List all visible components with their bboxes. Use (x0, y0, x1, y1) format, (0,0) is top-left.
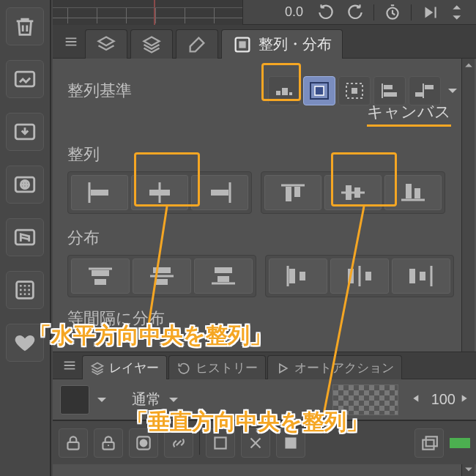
dist-top-button[interactable] (71, 259, 130, 294)
lock-button[interactable] (59, 428, 88, 458)
dist-right-button[interactable] (392, 259, 450, 294)
timeline-strip[interactable] (53, 0, 243, 25)
undo-button[interactable] (315, 1, 337, 23)
color-indicator (450, 438, 470, 448)
align-v-center-button[interactable] (324, 175, 382, 210)
align-right-button[interactable] (191, 175, 248, 210)
delete-button[interactable] (241, 428, 270, 458)
align-horizontal-group (67, 171, 252, 214)
distribute-section-label: 分布 (67, 227, 461, 249)
equal-spacing-label: 等間隔に分布 (67, 308, 461, 330)
link-button[interactable] (164, 428, 193, 458)
lower-panel-menu-button[interactable] (59, 352, 81, 379)
timer-button[interactable] (382, 1, 404, 23)
tab-align-distribute[interactable]: 整列・分布 (221, 29, 343, 59)
svg-rect-43 (217, 276, 229, 282)
tab-history[interactable]: ヒストリー (168, 355, 266, 380)
svg-rect-33 (294, 187, 300, 197)
align-top-button[interactable] (264, 175, 321, 210)
layer-toolbar (53, 420, 476, 464)
layer-color-dropdown[interactable] (95, 393, 108, 406)
ref-auto-button[interactable] (268, 76, 300, 105)
layer-color-swatch[interactable] (60, 385, 89, 414)
dist-bottom-button[interactable] (194, 259, 253, 294)
tab-align-label: 整列・分布 (259, 34, 332, 54)
svg-rect-35 (354, 187, 360, 198)
left-tool-rail (0, 0, 51, 476)
rail-trash-button[interactable] (6, 7, 44, 45)
distribute-horizontal-group (265, 255, 454, 297)
outline-button[interactable] (206, 428, 235, 458)
svg-rect-28 (415, 92, 423, 97)
rail-import-folder-button[interactable] (6, 113, 44, 151)
dist-left-button[interactable] (269, 259, 327, 294)
svg-rect-37 (414, 188, 420, 198)
tab-eraser[interactable] (176, 29, 218, 59)
svg-rect-24 (352, 88, 357, 94)
fill-button[interactable] (276, 428, 305, 458)
blend-mode-label[interactable]: 通常 (132, 390, 161, 409)
tab-auto-action[interactable]: オートアクション (267, 355, 402, 380)
rail-heart-button[interactable] (6, 324, 44, 362)
ref-canvas-button[interactable] (303, 76, 335, 105)
svg-rect-38 (92, 270, 109, 276)
scroll-down-icon[interactable] (462, 463, 475, 476)
svg-rect-36 (406, 184, 412, 198)
svg-point-8 (28, 285, 30, 287)
align-section: 整列 (67, 144, 461, 214)
svg-rect-56 (285, 437, 296, 448)
svg-point-11 (28, 289, 30, 291)
layer-controls-row: 通常 100 (53, 379, 476, 420)
redo-button[interactable] (344, 1, 366, 23)
blend-mode-dropdown[interactable] (167, 393, 180, 406)
svg-rect-41 (156, 279, 168, 285)
svg-rect-58 (426, 436, 437, 446)
align-left-button[interactable] (71, 175, 128, 210)
dist-v-center-button[interactable] (133, 259, 191, 294)
new-layer-button[interactable] (414, 428, 444, 458)
tab-layers-stacked[interactable] (130, 29, 173, 59)
dist-h-center-button[interactable] (330, 259, 389, 294)
ref-selection-button[interactable] (338, 76, 371, 105)
svg-rect-30 (149, 190, 170, 196)
tab-history-label: ヒストリー (196, 360, 258, 376)
ref-more-button[interactable] (444, 84, 461, 97)
panel-tab-bar: 整列・分布 (53, 25, 476, 59)
equal-spacing-section: 等間隔に分布 (67, 308, 461, 330)
tab-layer-label: レイヤー (109, 360, 159, 376)
lock-pixel-button[interactable] (94, 428, 123, 458)
align-bottom-button[interactable] (384, 175, 442, 210)
rail-building-folder-button[interactable] (6, 218, 44, 256)
align-vertical-group (261, 171, 445, 214)
svg-rect-17 (239, 41, 245, 48)
rail-image-folder-button[interactable] (6, 60, 44, 98)
opacity-value[interactable]: 100 (425, 391, 455, 408)
align-h-center-button[interactable] (131, 175, 188, 210)
svg-rect-57 (423, 439, 434, 449)
skip-end-button[interactable] (419, 1, 441, 23)
panel-menu-button[interactable] (59, 25, 83, 58)
svg-rect-50 (67, 442, 78, 449)
opacity-increase-button[interactable] (458, 393, 469, 406)
rail-grid-button[interactable] (6, 271, 44, 309)
svg-point-14 (28, 293, 30, 295)
tab-layer[interactable]: レイヤー (82, 355, 167, 380)
svg-rect-55 (215, 437, 226, 448)
svg-rect-18 (276, 91, 280, 95)
svg-rect-32 (286, 187, 291, 201)
distribute-vertical-group (67, 255, 256, 297)
mask-button[interactable] (129, 428, 158, 458)
svg-rect-39 (94, 279, 106, 285)
align-section-label: 整列 (67, 144, 461, 166)
rail-globe-folder-button[interactable] (6, 166, 44, 204)
scroll-up-icon[interactable] (462, 59, 475, 72)
sort-button[interactable] (448, 1, 470, 23)
opacity-decrease-button[interactable] (412, 393, 422, 406)
playhead-icon[interactable] (154, 0, 155, 25)
svg-point-52 (108, 445, 109, 446)
tab-layers-stack[interactable] (85, 29, 127, 59)
svg-point-9 (20, 289, 22, 291)
svg-rect-48 (409, 269, 415, 283)
layer-thumbnail[interactable] (332, 384, 398, 415)
svg-point-13 (24, 293, 26, 295)
